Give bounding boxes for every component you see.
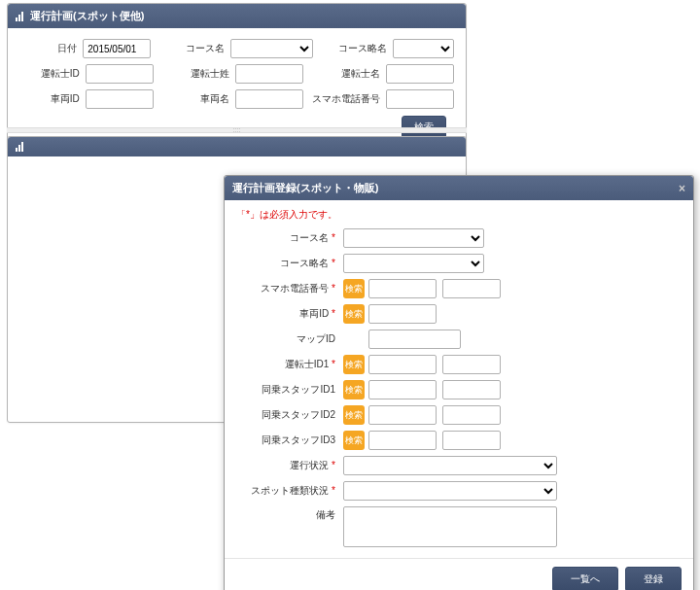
d-run-status-select[interactable] <box>343 456 557 475</box>
d-staff3-input-2[interactable] <box>442 431 501 450</box>
vehicle-id-input[interactable] <box>86 89 154 109</box>
d-run-status-label: 運行状況 * <box>236 459 343 472</box>
d-staff1-ref-button[interactable]: 検索 <box>343 380 365 399</box>
svg-rect-0 <box>16 17 18 21</box>
d-course-name-select[interactable] <box>343 228 484 248</box>
d-staff3-label: 同乗スタッフID3 <box>236 434 343 447</box>
list-panel-body <box>8 156 466 172</box>
svg-rect-3 <box>16 148 18 152</box>
d-staff3-ref-button[interactable]: 検索 <box>343 431 365 450</box>
phone-input[interactable] <box>386 89 454 109</box>
course-alias-select[interactable] <box>393 39 454 58</box>
d-map-id-input[interactable] <box>368 330 461 349</box>
d-staff1-input[interactable] <box>368 380 437 399</box>
resize-grip[interactable]: :::: <box>7 127 467 133</box>
register-button[interactable]: 登録 <box>625 567 682 590</box>
d-course-alias-select[interactable] <box>343 254 484 273</box>
search-panel-title: 運行計画(スポット便他) <box>30 9 144 23</box>
svg-rect-4 <box>18 145 20 152</box>
d-phone-input-2[interactable] <box>442 279 501 298</box>
d-course-name-label: コース名 * <box>236 231 343 245</box>
course-alias-label: コース略名 <box>313 42 393 55</box>
d-staff2-input-2[interactable] <box>442 405 501 425</box>
driver-given-input[interactable] <box>386 64 454 84</box>
driver-given-label: 運転士名 <box>303 67 386 81</box>
d-driver-id1-input[interactable] <box>368 355 437 374</box>
d-staff2-ref-button[interactable]: 検索 <box>343 405 365 425</box>
dialog-title: 運行計画登録(スポット・物販) <box>232 181 378 195</box>
course-name-select[interactable] <box>230 39 314 58</box>
list-panel-header <box>8 137 466 156</box>
list-button[interactable]: 一覧へ <box>552 567 618 590</box>
d-staff1-input-2[interactable] <box>442 380 501 399</box>
d-note-label: 備考 <box>236 506 343 522</box>
vehicle-id-label: 車両ID <box>19 92 86 106</box>
d-driver1-ref-button[interactable]: 検索 <box>343 355 365 374</box>
d-vehicle-id-label: 車両ID * <box>236 307 343 321</box>
bar-chart-icon <box>16 142 25 152</box>
d-phone-input-1[interactable] <box>368 279 437 298</box>
dialog-header: 運行計画登録(スポット・物販) × <box>225 176 693 200</box>
date-input[interactable] <box>83 39 151 58</box>
d-spot-type-label: スポット種類状況 * <box>236 484 343 498</box>
vehicle-name-label: 車両名 <box>154 92 236 106</box>
d-driver-id1-label: 運転士ID1 * <box>236 358 343 371</box>
svg-rect-1 <box>18 15 20 21</box>
d-map-id-label: マップID <box>236 332 343 346</box>
driver-id-input[interactable] <box>86 64 154 84</box>
dialog-footer: 一覧へ 登録 <box>225 558 693 590</box>
d-staff1-label: 同乗スタッフID1 <box>236 383 343 397</box>
svg-rect-2 <box>21 12 23 21</box>
course-name-label: コース名 <box>151 42 230 55</box>
vehicle-name-input[interactable] <box>235 89 303 109</box>
register-dialog: 運行計画登録(スポット・物販) × 「*」は必須入力です。 コース名 * コース… <box>224 175 694 590</box>
close-icon[interactable]: × <box>679 182 685 195</box>
driver-surname-input[interactable] <box>235 64 303 84</box>
d-staff2-label: 同乗スタッフID2 <box>236 408 343 422</box>
d-note-textarea[interactable] <box>343 506 557 547</box>
d-vehicle-ref-button[interactable]: 検索 <box>343 304 365 324</box>
d-staff3-input[interactable] <box>368 431 437 450</box>
d-course-alias-label: コース略名 * <box>236 257 343 270</box>
date-label: 日付 <box>19 42 83 55</box>
bar-chart-icon <box>16 12 25 21</box>
d-spot-type-select[interactable] <box>343 481 557 501</box>
driver-id-label: 運転士ID <box>19 67 86 81</box>
d-vehicle-id-input[interactable] <box>368 304 437 324</box>
d-phone-ref-button[interactable]: 検索 <box>343 279 365 298</box>
d-driver-id1-input-2[interactable] <box>442 355 501 374</box>
required-note: 「*」は必須入力です。 <box>225 200 693 226</box>
svg-rect-5 <box>21 142 23 152</box>
d-phone-label: スマホ電話番号 * <box>236 282 343 295</box>
driver-surname-label: 運転士姓 <box>154 67 236 81</box>
d-staff2-input[interactable] <box>368 405 437 425</box>
phone-label: スマホ電話番号 <box>303 92 386 106</box>
search-panel-header: 運行計画(スポット便他) <box>8 4 466 28</box>
